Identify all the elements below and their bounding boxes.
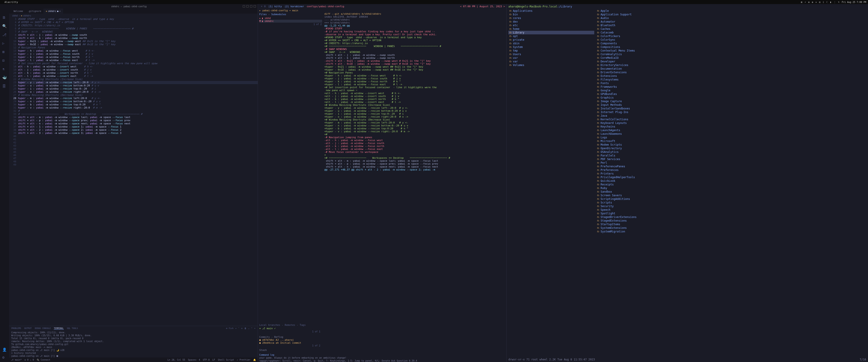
fm-item[interactable]: 🗀Frameworks: [596, 85, 866, 89]
breadcrumb[interactable]: skhd › ≡ skhdrc: [9, 13, 258, 18]
fm-item[interactable]: 🗀Scripts: [596, 201, 866, 204]
status-branch[interactable]: ⎇ main*: [11, 359, 22, 361]
fm-item[interactable]: 🗀Extensions: [596, 74, 866, 78]
fm-item[interactable]: 🗀Caches: [596, 27, 866, 31]
fm-item[interactable]: 🗀InstallerSandboxes: [596, 107, 866, 110]
fm-item[interactable]: 🗀LaunchAgents: [596, 128, 866, 132]
fm-item[interactable]: 🗀Apple: [596, 9, 866, 13]
fm-item[interactable]: 🗀Keyboard Layouts: [596, 121, 866, 125]
fm-item[interactable]: 🗀Graphics: [596, 96, 866, 99]
ellipsis-icon[interactable]: …: [248, 327, 249, 329]
commit-item[interactable]: ● e07d7dbc AJ ...aharoj: [259, 338, 322, 341]
fm-item[interactable]: 🗀Speech: [596, 208, 866, 212]
fm-item[interactable]: 🗀StagedDriverExtensions: [596, 215, 866, 219]
close-icon[interactable]: ×: [59, 10, 61, 12]
bluetooth-icon[interactable]: ᛒ: [823, 1, 824, 3]
commit-item[interactable]: ● 20ed4cca ah Initial commit: [259, 341, 322, 344]
fm-item[interactable]: 🗀SystemExtensions: [596, 226, 866, 230]
fm-item[interactable]: 🗀cores: [508, 16, 594, 20]
code-area[interactable]: 3456789101112131415161718192021222324252…: [9, 18, 258, 326]
fm-column-2[interactable]: 🗀Apple🗀Application Support🗀Audio🗀Automat…: [596, 9, 866, 357]
tray-icon[interactable]: ✕: [815, 1, 817, 3]
fm-item[interactable]: 🗀Google: [596, 89, 866, 92]
fm-item[interactable]: 🗀opt: [508, 34, 594, 38]
fm-item[interactable]: 🗀OSAnalytics: [596, 150, 866, 154]
shell-selector[interactable]: ⊞ fish: [226, 327, 234, 329]
gear-icon[interactable]: ⚙: [2, 355, 7, 360]
fm-item[interactable]: 🗀LaunchDaemons: [596, 132, 866, 135]
fm-item[interactable]: 🗀Sandbox: [596, 190, 866, 193]
fm-item[interactable]: 🗀etc: [508, 24, 594, 27]
panel-tab-sql[interactable]: SQL TOOLS: [67, 327, 78, 329]
fm-item[interactable]: 🗀bin: [508, 13, 594, 16]
fm-item[interactable]: 🗀Components: [596, 41, 866, 45]
fm-item[interactable]: 🗀PrivilegedHelperTools: [596, 176, 866, 179]
status-encoding[interactable]: UTF-8: [203, 359, 210, 361]
fm-item[interactable]: 🗀Perl: [596, 161, 866, 164]
status-lang[interactable]: Shell Script: [218, 359, 234, 361]
display-icon[interactable]: ⊡: [819, 1, 820, 3]
fm-item[interactable]: 🗀Automator: [596, 20, 866, 24]
testing-icon[interactable]: ⚗: [2, 67, 7, 71]
fm-item[interactable]: 🗀Parallels: [596, 154, 866, 157]
fm-column-1[interactable]: 🗀Applications🗀bin🗀cores🗀dev🗀etc🗀home🗀Lib…: [508, 9, 594, 357]
dnd-icon[interactable]: ☾: [827, 1, 828, 3]
tmux-session[interactable]: ⚬ 0: [259, 5, 267, 8]
status-eol[interactable]: LF: [212, 359, 215, 361]
fm-item[interactable]: 🗀Preferences: [596, 168, 866, 172]
scm-icon[interactable]: ⎇: [2, 33, 7, 37]
fm-item[interactable]: 🗀OpenDirectory: [596, 147, 866, 150]
fm-item[interactable]: 🗀Library: [508, 31, 594, 34]
breadcrumb-seg[interactable]: skhdrc: [23, 14, 31, 17]
status-problems[interactable]: ⊘ 0 ⚠ 0: [24, 359, 34, 361]
control-center-icon[interactable]: ⌥: [838, 1, 839, 3]
terminal-output[interactable]: Compressing objects: 100% (11/11), done.…: [9, 331, 258, 358]
code-content[interactable]: #SKHD STUFF - type skhd --observe in a t…: [18, 18, 258, 326]
debug-icon[interactable]: ▷: [2, 41, 7, 46]
close-icon[interactable]: ×: [254, 327, 255, 329]
fm-item[interactable]: 🗀Printers: [596, 172, 866, 176]
layout-icon[interactable]: [254, 5, 256, 7]
search-icon[interactable]: 🔍: [2, 24, 7, 29]
fm-item[interactable]: 🗀QuickLook: [596, 179, 866, 183]
remote-icon[interactable]: ⊡: [2, 58, 7, 63]
fm-item[interactable]: 🗀Logs: [596, 135, 866, 139]
fm-item[interactable]: 🗀PDF Services: [596, 157, 866, 161]
fm-item[interactable]: 🗀StartupItems: [596, 222, 866, 226]
fm-item[interactable]: 🗀Security: [596, 204, 866, 208]
panel-tab-debug[interactable]: DEBUG CONSOLE: [35, 327, 51, 329]
tray-icon[interactable]: ⚡: [804, 1, 806, 3]
fm-item[interactable]: 🗀Volumes: [508, 63, 594, 67]
fm-item[interactable]: 🗀Catacomb: [596, 31, 866, 34]
tmux-window[interactable]: |1| kitty: [267, 5, 283, 8]
fm-item[interactable]: 🗀private: [508, 38, 594, 41]
status-prettier[interactable]: ✓ Prettier: [237, 359, 250, 361]
status-cursor[interactable]: Ln 28, Col 55: [167, 359, 185, 361]
fm-item[interactable]: 🗀Input Methods: [596, 103, 866, 107]
fm-item[interactable]: 🗀Bluetooth: [596, 24, 866, 27]
status-indent[interactable]: Spaces: 4: [188, 359, 200, 361]
tray-icon[interactable]: ⊗: [812, 1, 813, 3]
diff-view[interactable]: diff --git a/skhd/skhdrc b/skhd/skhdrcin…: [323, 12, 506, 353]
account-icon[interactable]: 👤: [2, 348, 7, 352]
docker-icon[interactable]: 🐳: [2, 76, 7, 80]
fm-item[interactable]: 🗀Compositions: [596, 45, 866, 49]
branch-item[interactable]: ✶ ⎇ main ✓: [259, 327, 322, 330]
fm-item[interactable]: 🗀Documentation: [596, 67, 866, 70]
fm-item[interactable]: 🗀KernelCollections: [596, 118, 866, 121]
fm-item[interactable]: 🗀Application Support: [596, 13, 866, 16]
fm-item[interactable]: 🗀Applications: [508, 9, 594, 13]
fm-item[interactable]: 🗀Users: [508, 53, 594, 56]
fm-item[interactable]: 🗀DriverExtensions: [596, 70, 866, 74]
bell-icon[interactable]: 🔔: [253, 359, 256, 361]
fm-item[interactable]: 🗀Spotlight: [596, 212, 866, 215]
fm-item[interactable]: 🗀Modem Scripts: [596, 143, 866, 147]
fm-item[interactable]: 🗀Receipts: [596, 183, 866, 186]
layout-icon[interactable]: [246, 5, 249, 7]
layout-icon[interactable]: [243, 5, 245, 7]
fm-item[interactable]: 🗀Keychains: [596, 125, 866, 128]
tab-welcome[interactable]: Welcome: [11, 8, 25, 13]
fm-item[interactable]: 🗀home: [508, 27, 594, 31]
explorer-icon[interactable]: 🗎: [2, 16, 7, 20]
wifi-icon[interactable]: ⋮: [834, 1, 836, 3]
